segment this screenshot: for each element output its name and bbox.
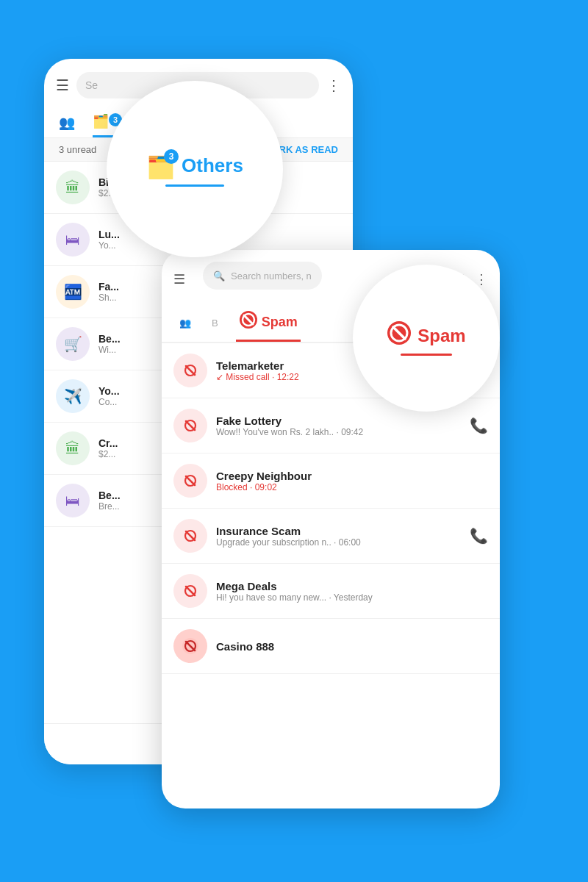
more-icon[interactable]: ⋮: [326, 76, 341, 94]
avatar: 🛏: [56, 484, 90, 517]
front-hamburger-icon[interactable]: ☰: [173, 271, 185, 287]
zoom-spam-icon: [387, 320, 412, 351]
zoom-circle-spam: Spam: [353, 265, 500, 412]
spam-tab-label: Spam: [262, 315, 298, 330]
front-tab-contacts[interactable]: 👥: [176, 312, 194, 334]
contacts-icon: 👥: [59, 115, 75, 131]
avatar: 🛏: [56, 223, 90, 257]
front-tab-b-label: B: [212, 318, 218, 329]
spam-item-name: Fake Lottery: [216, 415, 461, 427]
spam-avatar: [173, 409, 207, 442]
front-tab-b[interactable]: B: [209, 312, 221, 334]
zoom-circle-others: 🗂️ 3 Others: [107, 81, 283, 257]
spam-icon: [239, 310, 258, 334]
avatar: 🛒: [56, 327, 90, 361]
spam-item-insurance-scam[interactable]: Insurance Scam Upgrade your subscription…: [162, 509, 500, 564]
spam-avatar: [173, 464, 207, 498]
unread-text: 3 unread: [59, 144, 96, 155]
front-search-bar[interactable]: 🔍 Search numbers, n: [203, 262, 322, 290]
back-search-placeholder: Se: [85, 79, 98, 91]
spam-item-creepy-neighbour[interactable]: Creepy Neighbour Blocked · 09:02: [162, 453, 500, 509]
spam-item-name: Casino 888: [216, 640, 488, 653]
spam-item-sub: Wow!! You've won Rs. 2 lakh.. · 09:42: [216, 427, 461, 437]
spam-avatar: [173, 574, 207, 608]
zoom-others-badge: 3: [164, 149, 179, 164]
front-search-placeholder: Search numbers, n: [231, 270, 312, 282]
spam-item-name: Insurance Scam: [216, 525, 461, 537]
others-tab-underline: [165, 184, 224, 187]
tab-contacts[interactable]: 👥: [59, 107, 75, 137]
call-icon[interactable]: 📞: [470, 417, 488, 434]
spam-tab-underline: [401, 354, 452, 356]
spam-item-name: Mega Deals: [216, 580, 488, 592]
front-search-icon: 🔍: [213, 270, 225, 282]
front-contacts-icon: 👥: [179, 318, 191, 329]
front-tab-spam[interactable]: Spam: [236, 304, 301, 342]
avatar: 🏛: [56, 171, 90, 204]
avatar: 🏧: [56, 275, 90, 309]
spam-item-sub: Upgrade your subscription n.. · 06:00: [216, 537, 461, 548]
others-folder-icon: 🗂️: [93, 113, 109, 129]
avatar: 🏛: [56, 431, 90, 465]
spam-avatar: [173, 519, 207, 553]
spam-avatar: [173, 629, 207, 663]
spam-item-sub: Blocked · 09:02: [216, 482, 488, 492]
call-icon[interactable]: 📞: [470, 527, 488, 545]
hamburger-icon[interactable]: ☰: [56, 76, 69, 94]
spam-item-name: Creepy Neighbour: [216, 470, 488, 482]
avatar: ✈️: [56, 379, 90, 413]
spam-item-casino-888[interactable]: Casino 888: [162, 619, 500, 674]
spam-item-mega-deals[interactable]: Mega Deals Hi! you have so many new... ·…: [162, 564, 500, 619]
zoom-others-label: Others: [182, 154, 243, 177]
zoom-spam-label: Spam: [417, 326, 465, 346]
spam-item-sub: Hi! you have so many new... · Yesterday: [216, 592, 488, 603]
spam-avatar: [173, 354, 207, 387]
